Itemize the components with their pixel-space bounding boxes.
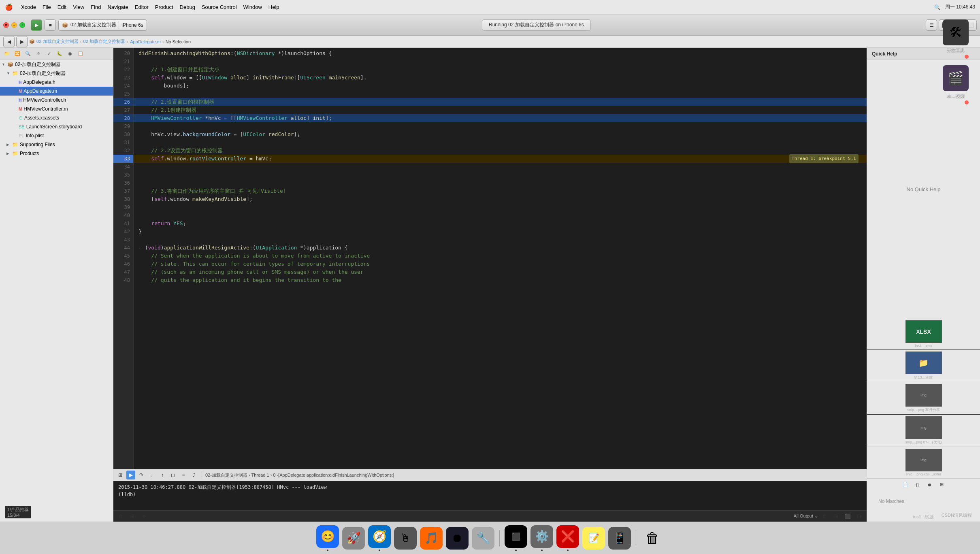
console-clear-btn[interactable]: 🗑 (117, 512, 126, 521)
dock-item-trash[interactable]: 🗑 (641, 527, 664, 550)
debug-share-btn[interactable]: ⤴ (190, 471, 198, 479)
close-button[interactable]: ✕ (3, 22, 9, 28)
run-button[interactable]: ▶ (31, 19, 42, 31)
dock-item-mouse[interactable]: 🖱 (394, 527, 417, 550)
dock-tools[interactable]: 🔧 (472, 527, 494, 550)
debug-continue-btn[interactable]: ▶ (126, 471, 135, 479)
console-toggle-btn[interactable]: ⬛ (843, 512, 852, 521)
dock-item-terminal[interactable]: ⬛ (505, 525, 527, 548)
forward-button[interactable]: ▶ (16, 36, 28, 47)
tree-item-infoplist[interactable]: PL Info.plist (0, 131, 113, 140)
dock-finder[interactable]: 😊 (316, 525, 339, 551)
tree-item-group[interactable]: ▼ 📁 02-加载自定义控制器 (0, 69, 113, 78)
tree-item-appdelegatem[interactable]: M AppDelegate.m (0, 87, 113, 96)
dock-notes[interactable]: 📝 (582, 527, 605, 550)
breadcrumb-file[interactable]: AppDelegate.m (130, 39, 161, 44)
dock-item-finder[interactable]: 😊 (316, 525, 339, 548)
dock-item-itunes[interactable]: 🎵 (420, 527, 443, 550)
nav-btn-warning[interactable]: ⚠ (34, 50, 43, 58)
console-filter[interactable]: All Output ⌄ (794, 514, 818, 519)
back-button[interactable]: ◀ (3, 36, 15, 47)
menu-navigate[interactable]: Navigate (107, 4, 128, 10)
code-line-27: // 2.1创建控制器 (134, 106, 867, 114)
nav-btn-report[interactable]: 📋 (76, 50, 85, 58)
dock-item-launchpad[interactable]: 🚀 (342, 527, 365, 550)
dock-redapp[interactable]: ❌ (556, 525, 579, 551)
menu-view[interactable]: View (73, 4, 84, 10)
minimize-button[interactable]: − (11, 22, 17, 28)
console-grid-btn[interactable]: ⊞ (832, 512, 841, 521)
tree-item-supporting-files[interactable]: ▶ 📁 Supporting Files (0, 140, 113, 149)
tree-item-launchscreen[interactable]: SB LaunchScreen.storyboard (0, 122, 113, 131)
dock-terminal[interactable]: ⬛ (505, 525, 527, 551)
debug-stepin-btn[interactable]: ↓ (147, 471, 156, 479)
debug-simulate-btn[interactable]: ◻ (168, 471, 177, 479)
qh-btn-curly[interactable]: {} (913, 481, 922, 489)
ln-23: 23 (113, 74, 133, 82)
debug-stepout-btn[interactable]: ↑ (158, 471, 167, 479)
nav-btn-folder[interactable]: 📁 (2, 50, 11, 58)
navigator: 📁 🔀 🔍 ⚠ ✓ 🐛 ◉ 📋 ▼ 📦 02-加载自定义控制器 ▼ (0, 48, 113, 522)
search-icon-menubar[interactable]: 🔍 (934, 4, 940, 10)
code-editor[interactable]: 20 21 22 23 24 25 26 27 28 29 30 31 32 3… (113, 48, 867, 469)
console-wrap-btn[interactable]: ≡ (139, 512, 148, 521)
menu-source-control[interactable]: Source Control (202, 4, 237, 10)
debug-hide-btn[interactable]: ⊞ (116, 471, 125, 479)
dock-item-app2[interactable]: 📱 (608, 527, 631, 550)
dock-item-notes[interactable]: 📝 (582, 527, 605, 550)
console-lock-btn[interactable]: ⊞ (128, 512, 137, 521)
dock-itunes[interactable]: 🎵 (420, 527, 443, 550)
tree-item-project-root[interactable]: ▼ 📦 02-加载自定义控制器 (0, 60, 113, 69)
tree-item-hmviewcontrollerm[interactable]: M HMViewController.m (0, 104, 113, 113)
menu-editor[interactable]: Editor (135, 4, 149, 10)
dock-safari[interactable]: 🧭 (368, 525, 391, 551)
dock-item-tools[interactable]: 🔧 (472, 527, 494, 550)
tree-item-assets[interactable]: ⊙ Assets.xcassets (0, 113, 113, 122)
console-close-btn[interactable]: ⊡ (854, 512, 863, 521)
console-trash-btn[interactable]: 🗑 (820, 512, 829, 521)
code-line-42: } (134, 228, 867, 236)
menu-xcode[interactable]: Xcode (21, 4, 36, 10)
dock-launchpad[interactable]: 🚀 (342, 527, 365, 550)
dock-quicktime[interactable]: ⏺ (446, 527, 469, 550)
ln-24: 24 (113, 82, 133, 90)
tree-item-appdelegateh[interactable]: H AppDelegate.h (0, 78, 113, 87)
menu-edit[interactable]: Edit (58, 4, 66, 10)
apple-menu[interactable]: 🍎 (5, 3, 13, 11)
qh-btn-file[interactable]: 📄 (901, 481, 910, 489)
tree-item-hmviewcontrollerh[interactable]: H HMViewController.h (0, 96, 113, 104)
dock-dot-safari (379, 550, 380, 551)
scheme-selector[interactable]: 📦 02-加载自定义控制器 iPhone 6s (58, 19, 147, 31)
code-line-43 (134, 236, 867, 244)
dock-item-safari[interactable]: 🧭 (368, 525, 391, 548)
nav-btn-git[interactable]: 🔀 (13, 50, 22, 58)
dock-separator (499, 530, 500, 546)
nav-btn-test[interactable]: ✓ (45, 50, 53, 58)
menu-product[interactable]: Product (155, 4, 173, 10)
code-line-39 (134, 203, 867, 211)
nav-btn-search[interactable]: 🔍 (23, 50, 32, 58)
tree-item-products[interactable]: ▶ 📁 Products (0, 149, 113, 158)
nav-btn-breakpoint[interactable]: ◉ (66, 50, 75, 58)
dock-item-redapp[interactable]: ❌ (556, 525, 579, 548)
dock-app2[interactable]: 📱 (608, 527, 631, 550)
breadcrumb-group[interactable]: 02-加载自定义控制器 (83, 38, 126, 45)
menu-help[interactable]: Help (268, 4, 279, 10)
nav-btn-debug[interactable]: 🐛 (55, 50, 64, 58)
maximize-button[interactable]: + (19, 22, 25, 28)
menu-window[interactable]: Window (243, 4, 262, 10)
dock-mouse[interactable]: 🖱 (394, 527, 417, 550)
debug-stepover-btn[interactable]: ↷ (137, 471, 146, 479)
dock-item-quicktime[interactable]: ⏺ (446, 527, 469, 550)
dock-item-settings[interactable]: ⚙️ (530, 525, 553, 548)
desktop-icon-video[interactable]: 🎬 未…视频 (941, 64, 970, 106)
breadcrumb-project[interactable]: 02-加载自定义控制器 (36, 38, 79, 45)
menu-debug[interactable]: Debug (180, 4, 195, 10)
desktop-icon-devtools[interactable]: 🛠 开发工具 (941, 18, 970, 60)
debug-queue-btn[interactable]: ≡ (179, 471, 188, 479)
dock-settings[interactable]: ⚙️ (530, 525, 553, 551)
menu-file[interactable]: File (43, 4, 51, 10)
dock-trash[interactable]: 🗑 (641, 527, 664, 550)
menu-find[interactable]: Find (91, 4, 101, 10)
stop-button[interactable]: ■ (45, 19, 56, 31)
